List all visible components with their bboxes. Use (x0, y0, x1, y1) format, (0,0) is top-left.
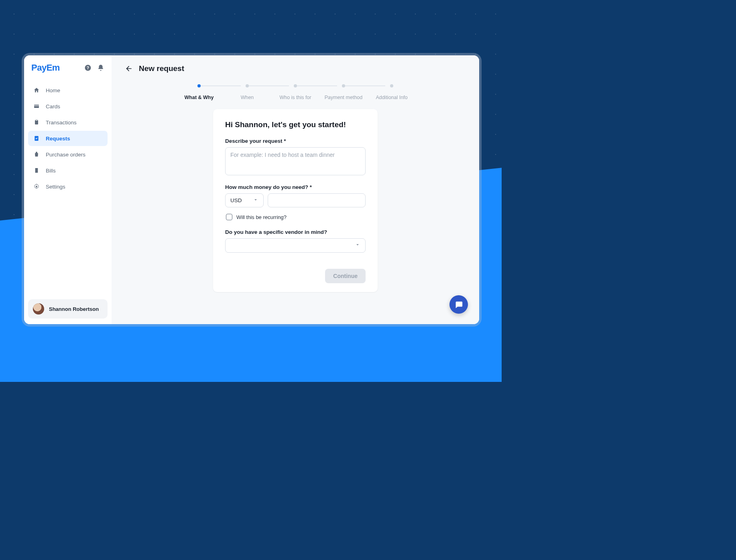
sidebar-item-settings[interactable]: Settings (28, 179, 108, 194)
sidebar-item-requests[interactable]: Requests (28, 131, 108, 146)
sidebar-header-icons: ? (84, 64, 104, 71)
step-label: When (241, 95, 254, 100)
step-dot (246, 84, 249, 87)
form-greeting: Hi Shannon, let's get you started! (225, 120, 366, 129)
sidebar-item-home[interactable]: Home (28, 83, 108, 98)
arrow-left-icon (125, 65, 133, 73)
logo[interactable]: PayEm (31, 63, 60, 73)
sidebar-item-label: Requests (46, 136, 70, 142)
svg-point-7 (36, 186, 37, 187)
chat-icon (454, 300, 463, 309)
app-window: PayEm ? Home Cards Transactions (24, 55, 479, 324)
avatar (33, 303, 44, 314)
step-who[interactable]: Who is this for (271, 84, 319, 100)
clipboard-icon (33, 119, 40, 126)
field-vendor: Do you have a specific vendor in mind? (225, 229, 366, 253)
check-badge-icon (33, 135, 40, 142)
field-describe: Describe your request * (225, 138, 366, 175)
sidebar-item-label: Settings (46, 184, 65, 190)
page-header: New request (124, 64, 466, 73)
describe-label: Describe your request * (225, 138, 366, 144)
card-icon (33, 103, 40, 110)
sidebar-nav: Home Cards Transactions Requests Purchas… (28, 83, 108, 194)
svg-rect-2 (34, 105, 39, 108)
back-button[interactable] (124, 64, 133, 73)
field-amount: How much money do you need? * USD Will t… (225, 184, 366, 220)
main-content: New request What & Why When Who is this … (112, 55, 479, 324)
step-payment[interactable]: Payment method (319, 84, 368, 100)
svg-rect-5 (36, 120, 37, 121)
bell-icon[interactable] (97, 64, 104, 71)
sidebar-spacer (28, 194, 108, 299)
step-label: What & Why (185, 95, 214, 100)
recurring-label: Will this be recurring? (236, 214, 287, 220)
currency-value: USD (230, 197, 242, 203)
step-label: Additional Info (376, 95, 407, 100)
user-card[interactable]: Shannon Robertson (28, 299, 108, 319)
vendor-label: Do you have a specific vendor in mind? (225, 229, 366, 235)
chevron-down-icon (253, 197, 258, 204)
stepper: What & Why When Who is this for Payment … (124, 84, 466, 100)
sidebar-item-bills[interactable]: Bills (28, 163, 108, 178)
amount-input[interactable] (268, 193, 366, 207)
currency-select[interactable]: USD (225, 193, 264, 207)
step-dot (197, 84, 201, 87)
chat-widget[interactable] (449, 295, 468, 314)
sidebar-item-label: Cards (46, 103, 60, 110)
home-icon (33, 87, 40, 94)
amount-row: USD (225, 193, 366, 207)
recurring-checkbox[interactable] (226, 214, 232, 220)
sidebar-item-label: Home (46, 87, 60, 93)
step-additional[interactable]: Additional Info (368, 84, 416, 100)
sidebar-item-label: Purchase orders (46, 152, 85, 158)
step-label: Payment method (325, 95, 363, 100)
gear-icon (33, 183, 40, 190)
bag-icon (33, 151, 40, 158)
sidebar-item-cards[interactable]: Cards (28, 99, 108, 114)
step-when[interactable]: When (223, 84, 271, 100)
vendor-select[interactable] (225, 238, 366, 253)
svg-rect-3 (34, 106, 39, 106)
form-card: Hi Shannon, let's get you started! Descr… (213, 109, 378, 292)
amount-label: How much money do you need? * (225, 184, 366, 190)
receipt-icon (33, 167, 40, 174)
svg-text:?: ? (87, 65, 89, 70)
step-dot (294, 84, 297, 87)
sidebar-item-purchase-orders[interactable]: Purchase orders (28, 147, 108, 162)
step-dot (390, 84, 393, 87)
sidebar-item-transactions[interactable]: Transactions (28, 115, 108, 130)
recurring-row: Will this be recurring? (225, 214, 366, 220)
chevron-down-icon (355, 242, 360, 249)
sidebar-header: PayEm ? (28, 63, 108, 77)
step-dot (342, 84, 345, 87)
step-label: Who is this for (279, 95, 311, 100)
sidebar-item-label: Transactions (46, 120, 77, 126)
sidebar: PayEm ? Home Cards Transactions (24, 55, 112, 324)
user-name: Shannon Robertson (49, 306, 99, 312)
continue-button[interactable]: Continue (325, 269, 366, 283)
describe-input[interactable] (225, 147, 366, 175)
help-icon[interactable]: ? (84, 64, 91, 71)
sidebar-item-label: Bills (46, 168, 56, 174)
page-title: New request (139, 64, 184, 73)
form-footer: Continue (225, 269, 366, 283)
step-what-why[interactable]: What & Why (175, 84, 223, 100)
